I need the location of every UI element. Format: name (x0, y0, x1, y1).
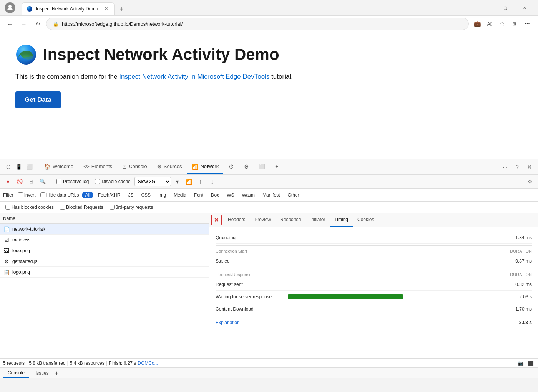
stalled-bar-area (285, 258, 501, 264)
briefcase-icon[interactable]: 💼 (472, 18, 483, 29)
devtools-close-button[interactable]: ✕ (524, 162, 535, 172)
details-tab-headers[interactable]: Headers (223, 213, 250, 227)
active-tab[interactable]: Inspect Network Activity Demo ✕ (22, 2, 115, 15)
domc-link[interactable]: DOMCo... (138, 361, 158, 366)
filter-other-button[interactable]: Other (284, 192, 302, 198)
filter-media-button[interactable]: Media (171, 192, 189, 198)
file-item-3[interactable]: ⚙ getstarted.js (0, 256, 209, 267)
tab-panel-icon[interactable]: ⬜ (254, 160, 270, 174)
filter-font-button[interactable]: Font (191, 192, 206, 198)
application-icon: ⚙ (244, 164, 249, 170)
bottom-tab-issues[interactable]: Issues (31, 368, 53, 378)
avatar (5, 2, 15, 13)
filter-manifest-button[interactable]: Manifest (259, 192, 283, 198)
filter-wasm-button[interactable]: Wasm (239, 192, 258, 198)
dock-button[interactable]: ⬛ (526, 359, 535, 367)
filter-js-button[interactable]: JS (125, 192, 136, 198)
timing-row-content-download: Content Download 1.70 ms (216, 303, 532, 315)
subtitle-link[interactable]: Inspect Network Activity In Microsoft Ed… (119, 73, 269, 80)
refresh-button[interactable]: ↻ (32, 18, 43, 29)
filter-button[interactable]: ⊟ (26, 177, 36, 187)
blocked-requests-checkbox[interactable]: Blocked Requests (60, 205, 103, 210)
content-download-marker (288, 306, 288, 312)
filter-fetchxhr-button[interactable]: Fetch/XHR (95, 192, 124, 198)
file-item-0[interactable]: 📄 network-tutorial/ (0, 224, 209, 235)
back-button[interactable]: ← (5, 18, 15, 29)
import-button[interactable]: ↑ (196, 177, 206, 187)
details-close-button[interactable]: ✕ (211, 215, 222, 225)
bottom-tab-add-button[interactable]: + (55, 370, 58, 377)
content-download-label: Content Download (216, 306, 285, 312)
details-tab-response[interactable]: Response (276, 213, 306, 227)
status-sep1: | (26, 361, 27, 366)
network-icon: 📶 (192, 164, 198, 170)
file-item-1[interactable]: ☑ main.css (0, 235, 209, 245)
address-input[interactable]: 🔒 https://microsoftedge.github.io/Demos/… (46, 18, 469, 30)
tab-performance[interactable]: ⏱ (224, 160, 239, 174)
file-item-2[interactable]: 🖼 logo.png (0, 245, 209, 256)
network-settings-button[interactable]: ⚙ (525, 177, 535, 187)
network-conditions-button[interactable]: 📶 (184, 177, 194, 187)
filter-css-button[interactable]: CSS (138, 192, 154, 198)
close-button[interactable]: ✕ (516, 2, 533, 14)
file-item-4[interactable]: 📋 logo.png (0, 267, 209, 278)
has-blocked-cookies-checkbox[interactable]: Has blocked cookies (5, 205, 54, 210)
content-download-duration: 1.70 ms (501, 306, 532, 312)
tab-application[interactable]: ⚙ (239, 160, 254, 174)
collections-icon[interactable]: ⊞ (509, 18, 520, 29)
explanation-link[interactable]: Explanation (216, 320, 240, 325)
filter-all-button[interactable]: All (82, 192, 93, 198)
clear-button[interactable]: 🚫 (15, 177, 25, 187)
record-button[interactable]: ● (3, 177, 13, 187)
dock-inspect-icon[interactable]: ⬡ (3, 162, 13, 172)
explanation-total: 2.03 s (519, 320, 532, 325)
details-tab-timing[interactable]: Timing (330, 213, 353, 227)
preserve-log-checkbox[interactable]: Preserve log (56, 179, 89, 184)
devtools-more-button[interactable]: ··· (500, 162, 510, 172)
read-aloud-icon[interactable]: A⃝ (484, 18, 495, 29)
third-party-checkbox[interactable]: 3rd-party requests (110, 205, 153, 210)
details-tab-initiator[interactable]: Initiator (306, 213, 330, 227)
file-icon-0: 📄 (3, 226, 10, 232)
tab-console[interactable]: ⊡ Console (118, 160, 152, 174)
screenshot-button[interactable]: 📷 (516, 359, 525, 367)
details-tab-cookies[interactable]: Cookies (353, 213, 379, 227)
subtitle-prefix: This is the companion demo for the (15, 73, 119, 80)
page-content: Inspect Network Activity Demo This is th… (0, 32, 538, 159)
minimize-button[interactable]: — (477, 2, 495, 14)
filter-img-button[interactable]: Img (155, 192, 169, 198)
dock-panel-icon[interactable]: ⬜ (25, 162, 35, 172)
tab-sources[interactable]: ✳ Sources (153, 160, 187, 174)
status-bar-right: 📷 ⬛ (516, 359, 535, 367)
filter-doc-button[interactable]: Doc (208, 192, 222, 198)
filter-ws-button[interactable]: WS (224, 192, 237, 198)
search-button[interactable]: 🔍 (38, 177, 48, 187)
get-data-button[interactable]: Get Data (15, 91, 61, 108)
subtitle-suffix: tutorial. (269, 73, 292, 80)
throttle-select[interactable]: Slow 3G No throttling Fast 3G Offline (134, 177, 171, 186)
page-header: Inspect Network Activity Demo (15, 44, 523, 65)
tab-welcome[interactable]: 🏠 Welcome (40, 160, 78, 174)
disable-cache-checkbox[interactable]: Disable cache (95, 179, 130, 184)
dock-device-icon[interactable]: 📱 (14, 162, 24, 172)
stalled-marker (288, 258, 288, 264)
bottom-tab-console[interactable]: Console (3, 368, 29, 378)
favorites-icon[interactable]: ☆ (496, 18, 507, 29)
export-button[interactable]: ↓ (207, 177, 217, 187)
details-tab-preview[interactable]: Preview (250, 213, 276, 227)
connection-start-duration-label: DURATION (510, 249, 532, 253)
tab-close-button[interactable]: ✕ (103, 5, 110, 12)
tab-add[interactable]: + (271, 160, 283, 174)
hide-data-urls-checkbox[interactable]: Hide data URLs (40, 192, 79, 198)
explanation-row: Explanation 2.03 s (216, 317, 532, 328)
details-panel: ✕ Headers Preview Response Initiator Tim… (209, 213, 538, 358)
name-column-header: Name (3, 216, 15, 221)
tab-elements[interactable]: </> Elements (79, 160, 117, 174)
maximize-button[interactable]: ▢ (496, 2, 514, 14)
devtools-help-button[interactable]: ? (512, 162, 523, 172)
tab-network[interactable]: 📶 Network (187, 160, 223, 174)
new-tab-button[interactable]: + (116, 4, 127, 15)
more-button[interactable]: ··· (521, 18, 533, 29)
throttle-dropdown-button[interactable]: ▾ (173, 177, 183, 187)
invert-checkbox[interactable]: Invert (18, 192, 36, 198)
